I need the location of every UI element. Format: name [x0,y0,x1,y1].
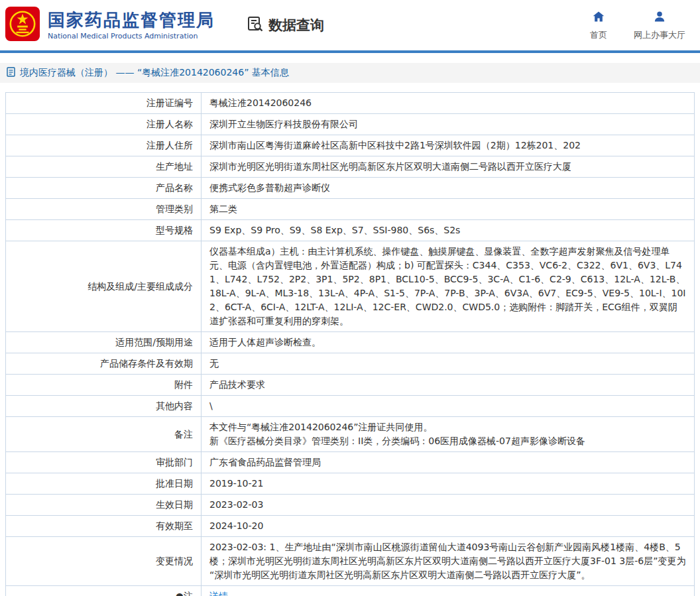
table-row: 结构及组成/主要组成成分仪器基本组成a）主机：由主计算机系统、操作键盘、触摸屏键… [6,241,695,332]
row-label: 注册人住所 [6,135,202,156]
row-value: \ [202,396,695,417]
table-row: 生产地址深圳市光明区光明街道东周社区光明高新区东片区双明大道南侧二号路以西开立医… [6,156,695,178]
row-value: 适用于人体超声诊断检查。 [202,332,695,353]
person-icon [653,10,666,26]
row-value: 无 [202,353,695,375]
row-value: 2023-02-03: 1、生产地址由“深圳市南山区桃源街道留仙大道4093号南… [202,537,695,586]
row-value: 2023-02-03 [202,495,695,516]
table-row: 注册人住所深圳市南山区粤海街道麻岭社区高新中区科技中2路1号深圳软件园（2期）1… [6,135,695,156]
row-value: 便携式彩色多普勒超声诊断仪 [202,178,695,199]
row-label: 批准日期 [6,473,202,495]
row-value: 详情 [202,586,695,596]
org-name-cn: 国家药品监督管理局 [48,10,215,30]
row-value: S9 Exp、S9 Pro、S9、S8 Exp、S7、SSI-980、S6s、S… [202,220,695,241]
table-row: 注册证编号粤械注准20142060246 [6,93,695,114]
row-label: 适用范围/预期用途 [6,332,202,353]
document-icon [7,67,15,80]
brand: 国家药品监督管理局 National Medical Products Admi… [5,7,215,44]
breadcrumb: 境内医疗器械（注册） —— “粤械注准20142060246” 基本信息 [0,63,700,83]
row-label: 型号规格 [6,220,202,241]
section-title-label: 数据查询 [268,16,324,34]
row-label: 备注 [6,417,202,452]
national-emblem-icon [5,7,40,44]
row-label: 附件 [6,375,202,396]
row-label: 产品储存条件及有效期 [6,353,202,375]
table-row: 变更情况2023-02-03: 1、生产地址由“深圳市南山区桃源街道留仙大道40… [6,537,695,586]
detail-link[interactable]: 详情 [209,591,228,596]
table-row: 附件产品技术要求 [6,375,695,396]
row-label: 产品名称 [6,178,202,199]
info-table-body: 注册证编号粤械注准20142060246注册人名称深圳开立生物医疗科技股份有限公… [6,93,695,596]
home-icon [592,10,605,26]
row-label: 有效期至 [6,516,202,537]
table-row: 产品名称便携式彩色多普勒超声诊断仪 [6,178,695,199]
row-label: 其他内容 [6,396,202,417]
nav-item-service-hall[interactable]: 网上办事大厅 [634,10,685,41]
row-value: 深圳开立生物医疗科技股份有限公司 [202,114,695,135]
table-row: 适用范围/预期用途适用于人体超声诊断检查。 [6,332,695,353]
header-nav: 首页 网上办事大厅 [590,10,695,41]
row-value: 产品技术要求 [202,375,695,396]
table-row: 生效日期2023-02-03 [6,495,695,516]
row-label: 生效日期 [6,495,202,516]
nav-item-home[interactable]: 首页 [590,10,607,41]
row-label: 结构及组成/主要组成成分 [6,241,202,332]
nav-item-label: 网上办事大厅 [634,29,685,41]
row-label: 注册人名称 [6,114,202,135]
table-row: ●注详情 [6,586,695,596]
row-value: 2024-10-20 [202,516,695,537]
table-row: 审批部门广东省食品药品监督管理局 [6,452,695,473]
page-header: 国家药品监督管理局 National Medical Products Admi… [0,0,700,53]
row-value: 粤械注准20142060246 [202,93,695,114]
breadcrumb-text: 境内医疗器械（注册） —— “粤械注准20142060246” 基本信息 [20,67,289,79]
section-title: 数据查询 [247,15,324,36]
row-label: 注册证编号 [6,93,202,114]
nav-item-label: 首页 [590,29,607,41]
row-label: 管理类别 [6,199,202,220]
row-label: 审批部门 [6,452,202,473]
row-value: 本文件与“粤械注准20142060246”注册证共同使用。 新《医疗器械分类目录… [202,417,695,452]
row-value: 仪器基本组成a）主机：由主计算机系统、操作键盘、触摸屏键盘、显像装置、全数字超声… [202,241,695,332]
info-table: 注册证编号粤械注准20142060246注册人名称深圳开立生物医疗科技股份有限公… [5,92,695,596]
table-row: 备注本文件与“粤械注准20142060246”注册证共同使用。 新《医疗器械分类… [6,417,695,452]
row-label: 变更情况 [6,537,202,586]
table-row: 产品储存条件及有效期无 [6,353,695,375]
table-row: 批准日期2019-10-21 [6,473,695,495]
table-row: 有效期至2024-10-20 [6,516,695,537]
brand-text: 国家药品监督管理局 National Medical Products Admi… [48,10,215,40]
data-query-icon [247,15,264,36]
table-row: 其他内容\ [6,396,695,417]
row-value: 广东省食品药品监督管理局 [202,452,695,473]
row-label: ●注 [6,586,202,596]
table-row: 注册人名称深圳开立生物医疗科技股份有限公司 [6,114,695,135]
table-row: 管理类别第二类 [6,199,695,220]
org-name-en: National Medical Products Administration [48,32,215,40]
row-value: 2019-10-21 [202,473,695,495]
row-value: 深圳市南山区粤海街道麻岭社区高新中区科技中2路1号深圳软件园（2期）12栋201… [202,135,695,156]
table-row: 型号规格S9 Exp、S9 Pro、S9、S8 Exp、S7、SSI-980、S… [6,220,695,241]
row-value: 深圳市光明区光明街道东周社区光明高新区东片区双明大道南侧二号路以西开立医疗大厦 [202,156,695,178]
row-label: 生产地址 [6,156,202,178]
row-value: 第二类 [202,199,695,220]
